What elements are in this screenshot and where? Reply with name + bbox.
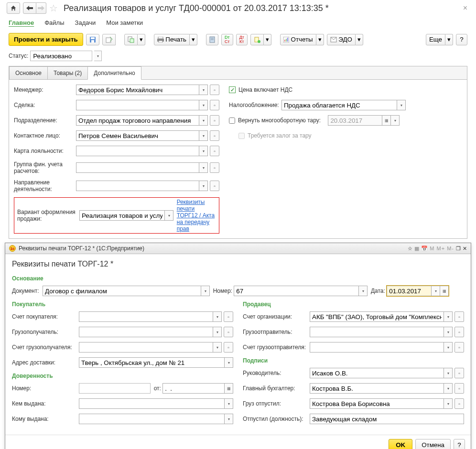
ktdt-button[interactable]: ДтКт: [236, 34, 248, 45]
head-input[interactable]: [310, 368, 444, 378]
fav-dialog-icon[interactable]: ☆: [408, 246, 412, 252]
issued-to-input[interactable]: [79, 414, 225, 424]
issued-by-sel[interactable]: ▾: [225, 398, 233, 409]
num-select[interactable]: ▾: [359, 286, 368, 296]
dtkt-button[interactable]: DтCт: [221, 34, 233, 45]
favorite-icon[interactable]: ☆: [49, 2, 58, 14]
direction-select[interactable]: ▾: [199, 181, 208, 191]
dept-input[interactable]: [76, 115, 199, 126]
delivery-sel[interactable]: ▾: [225, 357, 233, 368]
consignor-account-open[interactable]: ▫: [454, 342, 464, 353]
status-value[interactable]: [30, 51, 92, 61]
deal-select[interactable]: ▾: [199, 100, 208, 110]
subtab-extra[interactable]: Дополнительно: [87, 66, 141, 80]
subtab-goods[interactable]: Товары (2): [47, 66, 88, 80]
issued-by-input[interactable]: [79, 398, 225, 409]
manager-open[interactable]: ▫: [210, 85, 219, 95]
close-dialog-icon[interactable]: ✕: [463, 246, 467, 252]
reports-button[interactable]: Отчеты: [280, 34, 316, 45]
return-tare-checkbox[interactable]: [229, 118, 235, 124]
date-input[interactable]: [387, 286, 432, 296]
close-icon[interactable]: ×: [461, 2, 469, 14]
proxy-num-input[interactable]: [79, 383, 151, 394]
date-cal[interactable]: ▦: [440, 286, 449, 296]
released-sel[interactable]: ▾: [444, 398, 453, 409]
status-dropdown[interactable]: ▾: [94, 51, 102, 61]
edo-dropdown[interactable]: ▾: [356, 34, 363, 45]
consignee-open[interactable]: ▫: [224, 327, 233, 337]
restore-icon[interactable]: ❐: [456, 246, 461, 252]
contact-open[interactable]: ▫: [210, 130, 219, 141]
released-pos-input[interactable]: [310, 414, 464, 424]
manager-input[interactable]: [76, 85, 199, 95]
head-open[interactable]: ▫: [454, 368, 464, 378]
subtab-main[interactable]: Основное: [9, 66, 48, 80]
tab-tasks[interactable]: Задачи: [75, 19, 96, 26]
fingroup-select[interactable]: ▾: [199, 162, 208, 173]
org-account-open[interactable]: ▫: [454, 311, 464, 322]
consignee-input[interactable]: [79, 327, 213, 337]
files-button[interactable]: [206, 34, 218, 45]
num-input[interactable]: [234, 286, 359, 296]
contact-select[interactable]: ▾: [199, 130, 208, 141]
print-requisites-link[interactable]: Реквизиты печати ТОРГ12 / Акта на переда…: [177, 199, 216, 232]
variant-select[interactable]: ▾: [165, 210, 173, 221]
consignor-account-input[interactable]: [310, 342, 444, 353]
fingroup-input[interactable]: [76, 162, 199, 173]
org-account-input[interactable]: [310, 311, 444, 322]
help-button[interactable]: ?: [456, 34, 467, 45]
edo-button[interactable]: ЭДО: [327, 34, 356, 45]
head-sel[interactable]: ▾: [444, 368, 453, 378]
buyer-account-sel[interactable]: ▾: [213, 311, 222, 322]
consignor-sel[interactable]: ▾: [444, 327, 453, 337]
calendar-icon[interactable]: 📅: [421, 246, 428, 252]
dept-open[interactable]: ▫: [210, 115, 219, 126]
print-dropdown[interactable]: ▾: [190, 34, 197, 45]
proxy-date-input[interactable]: [162, 383, 225, 394]
consignee-account-sel[interactable]: ▾: [213, 342, 222, 353]
buyer-account-input[interactable]: [79, 311, 213, 322]
accountant-sel[interactable]: ▾: [444, 383, 453, 394]
accountant-open[interactable]: ▫: [454, 383, 464, 394]
calc-icon[interactable]: ▦: [414, 246, 419, 252]
proxy-date-cal[interactable]: ▦: [225, 383, 233, 394]
direction-open[interactable]: ▫: [210, 181, 219, 191]
tax-select[interactable]: ▾: [397, 100, 406, 110]
attach-button[interactable]: [250, 34, 264, 45]
more-dropdown[interactable]: ▾: [445, 34, 453, 45]
contact-input[interactable]: [76, 130, 199, 141]
tab-files[interactable]: Файлы: [44, 19, 64, 26]
save-button[interactable]: [86, 34, 99, 45]
attach-dropdown[interactable]: ▾: [264, 34, 271, 45]
back-button[interactable]: [23, 2, 36, 14]
reports-dropdown[interactable]: ▾: [316, 34, 324, 45]
doc-input[interactable]: [43, 286, 201, 296]
tax-input[interactable]: [281, 100, 397, 110]
post-button[interactable]: [102, 34, 116, 45]
cancel-button[interactable]: Отмена: [415, 439, 451, 449]
consignor-input[interactable]: [310, 327, 444, 337]
doc-select[interactable]: ▾: [201, 286, 210, 296]
consignee-sel[interactable]: ▾: [213, 327, 222, 337]
buyer-account-open[interactable]: ▫: [224, 311, 233, 322]
ok-button[interactable]: OK: [389, 439, 412, 449]
more-button[interactable]: Еще: [426, 34, 445, 45]
tab-main[interactable]: Главное: [9, 19, 34, 26]
print-button[interactable]: Печать: [154, 34, 190, 45]
deal-open[interactable]: ▫: [210, 100, 219, 110]
consignee-account-input[interactable]: [79, 342, 213, 353]
based-on-button[interactable]: [124, 34, 138, 45]
based-on-dropdown[interactable]: ▾: [138, 34, 145, 45]
variant-input[interactable]: [79, 210, 165, 221]
post-and-close-button[interactable]: Провести и закрыть: [9, 33, 83, 46]
consignee-account-open[interactable]: ▫: [224, 342, 233, 353]
fingroup-open[interactable]: ▫: [210, 162, 219, 173]
loyalty-open[interactable]: ▫: [210, 146, 219, 156]
loyalty-input[interactable]: [76, 146, 199, 156]
price-vat-checkbox[interactable]: ✓: [229, 86, 236, 93]
issued-to-sel[interactable]: ▾: [225, 414, 233, 424]
released-open[interactable]: ▫: [454, 398, 464, 409]
loyalty-select[interactable]: ▾: [199, 146, 208, 156]
direction-input[interactable]: [76, 181, 199, 191]
tab-notes[interactable]: Мои заметки: [106, 19, 143, 26]
